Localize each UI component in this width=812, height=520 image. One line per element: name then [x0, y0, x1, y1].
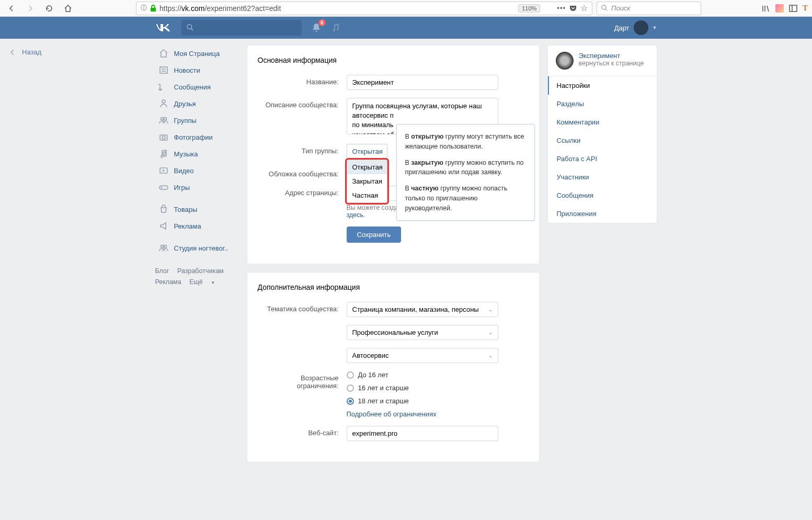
vk-header: 6 Дарт ▼ — [0, 17, 812, 39]
sidebar-item[interactable]: Моя Страница — [155, 45, 239, 62]
settings-nav-item[interactable]: Комментарии — [548, 113, 657, 131]
svg-point-22 — [161, 245, 163, 248]
age-label: Возрастные ограничения: — [258, 371, 347, 390]
save-button[interactable]: Сохранить — [347, 227, 402, 243]
footer-more[interactable]: Ещё ▼ — [189, 278, 221, 286]
svg-point-13 — [162, 100, 165, 103]
games-icon — [158, 182, 169, 193]
user-menu[interactable]: Дарт ▼ — [614, 20, 657, 35]
extension-icon-1[interactable] — [775, 4, 784, 13]
sidebar-item[interactable]: Новости — [155, 62, 239, 78]
sidebar-item[interactable]: Группы — [155, 112, 239, 129]
sidebar-item-label: Реклама — [174, 222, 201, 230]
type-select[interactable]: Открытая — [347, 144, 387, 159]
svg-point-23 — [164, 245, 166, 248]
sticker-link[interactable]: здесь — [347, 211, 363, 219]
chevron-down-icon: ⌄ — [488, 307, 493, 312]
address-label: Адрес страницы: — [258, 186, 347, 197]
sidebar-item-label: Новости — [174, 66, 200, 74]
footer-devs[interactable]: Разработчикам — [177, 267, 224, 275]
sidebar-item[interactable]: Музыка — [155, 145, 239, 162]
settings-nav-item[interactable]: Разделы — [548, 95, 657, 113]
website-input[interactable] — [347, 426, 498, 441]
back-link[interactable]: Назад — [10, 48, 41, 56]
sidebar-item-label: Сообщения — [174, 83, 211, 91]
zoom-indicator[interactable]: 110% — [518, 4, 540, 13]
settings-nav-item[interactable]: Сообщения — [548, 186, 657, 205]
age-radio-2[interactable]: 18 лет и старше — [347, 397, 529, 405]
back-button[interactable] — [4, 1, 19, 16]
username: Дарт — [614, 24, 630, 32]
settings-nav-item[interactable]: Участники — [548, 168, 657, 186]
groups-icon — [158, 115, 169, 126]
library-icon[interactable] — [762, 4, 770, 13]
topic-label: Тематика сообщества: — [258, 302, 347, 313]
browser-toolbar: ⓘ https://vk.com/experiment62?act=edit 1… — [0, 0, 812, 17]
age-radio-0[interactable]: До 16 лет — [347, 371, 529, 379]
settings-nav-item[interactable]: Работа с API — [548, 150, 657, 168]
svg-rect-0 — [151, 8, 156, 12]
sidebar-item[interactable]: Товары — [155, 201, 239, 218]
sidebar-item-label: Товары — [174, 206, 198, 213]
extension-icon-2[interactable]: T — [803, 4, 808, 13]
svg-rect-6 — [790, 5, 797, 12]
messages-icon — [158, 82, 169, 92]
footer-blog[interactable]: Блог — [155, 267, 169, 275]
settings-nav-item[interactable]: Ссылки — [548, 131, 657, 150]
forward-button[interactable] — [23, 1, 38, 16]
ads-icon — [158, 221, 169, 231]
left-sidebar: Моя СтраницаНовостиСообщенияДрузьяГруппы… — [155, 45, 239, 288]
settings-nav-item[interactable]: Приложения — [548, 205, 657, 223]
search-placeholder: Поиск — [611, 4, 631, 12]
age-radio-1[interactable]: 16 лет и старше — [347, 384, 529, 392]
name-input[interactable] — [347, 75, 498, 90]
sidebar-icon[interactable] — [789, 4, 797, 13]
friends-icon — [158, 98, 169, 109]
music-button[interactable] — [331, 23, 340, 32]
community-avatar — [556, 52, 574, 70]
svg-line-9 — [191, 29, 193, 31]
sidebar-item[interactable]: Игры — [155, 179, 239, 196]
type-option-private[interactable]: Частная — [347, 188, 387, 202]
browser-search[interactable]: Поиск — [597, 2, 701, 15]
more-icon[interactable]: ••• — [557, 4, 566, 12]
pocket-icon[interactable] — [569, 5, 577, 12]
sidebar-item[interactable]: Видео — [155, 162, 239, 179]
groups-icon — [158, 243, 169, 253]
sidebar-item[interactable]: Друзья — [155, 95, 239, 112]
radio-icon — [347, 398, 354, 405]
topic-select[interactable]: Страница компании, магазина, персоны⌄ — [347, 302, 498, 317]
notifications-button[interactable]: 6 — [311, 22, 322, 33]
name-label: Название: — [258, 75, 347, 86]
desc-label: Описание сообщества: — [258, 98, 347, 109]
type-label: Тип группы: — [258, 144, 347, 155]
subtopic-select[interactable]: Профессиональные услуги⌄ — [347, 325, 498, 340]
community-header[interactable]: Эксперимент вернуться к странице — [548, 46, 657, 76]
svg-line-5 — [767, 6, 769, 12]
home-icon — [158, 48, 169, 59]
sidebar-item-label: Видео — [174, 167, 194, 175]
extra-info-panel: Дополнительная информация Тематика сообщ… — [247, 272, 540, 462]
vk-search-input[interactable] — [181, 20, 302, 36]
subtopic2-select[interactable]: Автосервис⌄ — [347, 348, 498, 363]
market-icon — [158, 204, 169, 214]
home-button[interactable] — [61, 1, 75, 16]
sidebar-item[interactable]: Сообщения — [155, 78, 239, 95]
cover-label: Обложка сообщества: — [258, 167, 347, 178]
sidebar-item[interactable]: Студия ногтевог.. — [155, 240, 239, 256]
url-bar[interactable]: ⓘ https://vk.com/experiment62?act=edit 1… — [136, 2, 592, 15]
type-option-closed[interactable]: Закрытая — [347, 174, 387, 188]
age-link[interactable]: Подробнее об ограничениях — [347, 410, 437, 418]
community-back-link[interactable]: вернуться к странице — [579, 60, 644, 67]
type-option-open[interactable]: Открытая — [347, 160, 387, 174]
footer-ads[interactable]: Реклама — [155, 278, 181, 286]
vk-logo[interactable] — [155, 23, 181, 32]
svg-rect-19 — [159, 186, 168, 189]
sidebar-item-label: Игры — [174, 184, 190, 191]
bookmark-icon[interactable]: ☆ — [580, 3, 588, 13]
sidebar-item[interactable]: Фотографии — [155, 129, 239, 145]
sidebar-item[interactable]: Реклама — [155, 218, 239, 234]
settings-nav-item[interactable]: Настройки — [548, 76, 657, 95]
user-avatar — [634, 20, 648, 35]
reload-button[interactable] — [42, 1, 56, 16]
